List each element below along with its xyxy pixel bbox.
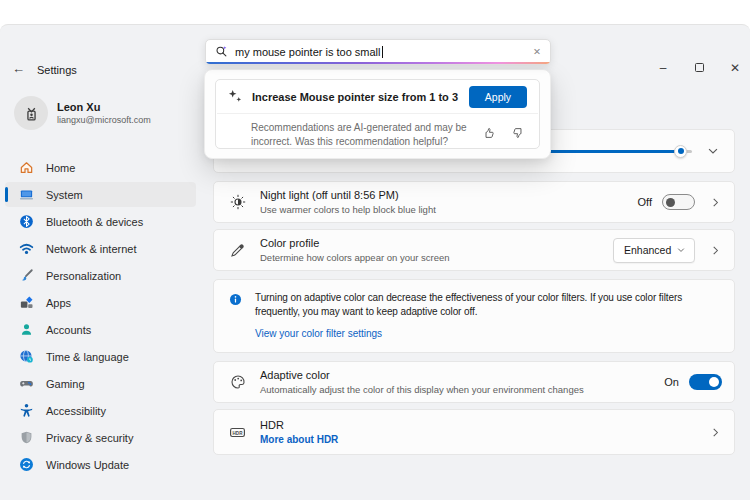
recommendation-card: Increase Mouse pointer size from 1 to 3 … (215, 79, 540, 149)
search-box[interactable]: my mouse pointer is too small ✕ (205, 39, 551, 65)
color-profile-select[interactable]: Enhanced (613, 238, 695, 263)
night-light-icon (228, 194, 247, 210)
sidebar-item-label: Accessibility (46, 405, 106, 417)
night-light-toggle[interactable] (662, 194, 695, 210)
night-light-state-label: Off (638, 196, 652, 208)
windows-update-icon (18, 457, 35, 473)
sidebar-item-personalization[interactable]: Personalization (5, 263, 196, 288)
accessibility-icon (18, 403, 35, 419)
search-suggestion-flyout: Increase Mouse pointer size from 1 to 3 … (204, 69, 551, 159)
brightness-slider-thumb[interactable] (674, 145, 687, 158)
sidebar-item-apps[interactable]: Apps (5, 290, 196, 315)
hdr-icon: HDR (228, 424, 247, 441)
sidebar-item-label: Home (46, 162, 75, 174)
bluetooth-icon (18, 214, 35, 230)
sidebar-item-system[interactable]: System (5, 182, 196, 207)
sidebar-item-label: Accounts (46, 324, 91, 336)
maximize-button[interactable] (692, 61, 706, 75)
apply-button[interactable]: Apply (469, 86, 527, 108)
color-profile-title: Color profile (260, 237, 450, 249)
sidebar-item-windows-update[interactable]: Windows Update (5, 452, 196, 477)
system-icon (18, 187, 35, 203)
color-filter-settings-link[interactable]: View your color filter settings (255, 328, 382, 339)
network-icon (18, 241, 35, 257)
window-controls: – ✕ (656, 61, 742, 75)
search-clear-button[interactable]: ✕ (533, 46, 541, 57)
thumbs-up-button[interactable] (482, 126, 496, 149)
sidebar-item-bluetooth-devices[interactable]: Bluetooth & devices (5, 209, 196, 234)
sidebar-item-gaming[interactable]: Gaming (5, 371, 196, 396)
svg-text:HDR: HDR (233, 430, 244, 435)
color-profile-chevron[interactable] (709, 244, 722, 257)
sidebar-item-label: Personalization (46, 270, 121, 282)
thumbs-down-icon (511, 126, 525, 140)
avatar (14, 96, 48, 130)
sidebar-item-time-language[interactable]: Time & language (5, 344, 196, 369)
time-language-icon (18, 349, 35, 365)
adaptive-color-toggle[interactable] (689, 374, 722, 390)
apps-icon (18, 295, 35, 311)
back-button[interactable]: ← (12, 61, 25, 76)
info-icon (229, 293, 242, 306)
sidebar-item-label: Gaming (46, 378, 85, 390)
ai-disclaimer-text: Recommendations are AI-generated and may… (251, 121, 482, 149)
chevron-right-icon (709, 426, 722, 439)
sidebar-item-privacy-security[interactable]: Privacy & security (5, 425, 196, 450)
more-about-hdr-link[interactable]: More about HDR (260, 434, 338, 445)
sidebar-item-label: Bluetooth & devices (46, 216, 143, 228)
color-profile-icon (228, 242, 247, 258)
adaptive-color-subtitle: Automatically adjust the color of this d… (260, 384, 584, 395)
search-icon (215, 45, 228, 58)
hdr-title: HDR (260, 419, 338, 431)
night-light-card: Night light (off until 8:56 PM) Use warm… (213, 181, 735, 223)
ai-gradient-underline (206, 62, 550, 65)
accounts-icon (18, 322, 35, 338)
gaming-icon (18, 376, 35, 392)
adaptive-color-icon (228, 374, 247, 390)
color-profile-selected-value: Enhanced (624, 244, 671, 256)
sidebar-item-home[interactable]: Home (5, 155, 196, 180)
color-profile-subtitle: Determine how colors appear on your scre… (260, 252, 450, 263)
sidebar-item-label: System (46, 189, 83, 201)
user-email: liangxu@microsoft.com (57, 115, 151, 125)
badge-icon (22, 104, 41, 123)
night-light-subtitle: Use warmer colors to help block blue lig… (260, 204, 436, 215)
sidebar-item-label: Apps (46, 297, 71, 309)
adaptive-color-state-label: On (664, 376, 679, 388)
user-name: Leon Xu (57, 101, 151, 113)
adaptive-color-info-card: Turning on adaptive color can decrease t… (213, 279, 735, 353)
sidebar-item-label: Privacy & security (46, 432, 133, 444)
night-light-title: Night light (off until 8:56 PM) (260, 189, 436, 201)
close-button[interactable]: ✕ (728, 61, 742, 75)
sidebar-item-label: Network & internet (46, 243, 136, 255)
sidebar-item-accessibility[interactable]: Accessibility (5, 398, 196, 423)
search-input[interactable]: my mouse pointer is too small (235, 46, 381, 58)
ai-sparkle-icon (228, 89, 243, 104)
select-chevron-down-icon (676, 245, 686, 255)
user-account[interactable]: Leon Xu liangxu@microsoft.com (14, 96, 151, 130)
personalization-icon (18, 268, 35, 284)
adaptive-color-info-text: Turning on adaptive color can decrease t… (255, 291, 716, 319)
brightness-expand-button[interactable] (706, 144, 720, 158)
hdr-chevron[interactable] (709, 426, 722, 439)
app-title: Settings (37, 64, 77, 76)
text-caret (382, 46, 383, 58)
home-icon (18, 160, 35, 176)
sidebar-nav: Home System Bluetooth & devices Network … (5, 155, 196, 479)
maximize-icon (695, 63, 704, 72)
night-light-chevron[interactable] (709, 196, 722, 209)
sidebar-item-accounts[interactable]: Accounts (5, 317, 196, 342)
sidebar-item-label: Time & language (46, 351, 129, 363)
sidebar-item-network-internet[interactable]: Network & internet (5, 236, 196, 261)
thumbs-down-button[interactable] (511, 126, 525, 149)
thumbs-up-icon (482, 126, 496, 140)
adaptive-color-card: Adaptive color Automatically adjust the … (213, 361, 735, 403)
recommendation-title: Increase Mouse pointer size from 1 to 3 (252, 91, 458, 103)
privacy-shield-icon (18, 430, 35, 446)
sidebar-item-label: Windows Update (46, 459, 129, 471)
hdr-card: HDR HDR More about HDR (213, 409, 735, 455)
chevron-right-icon (709, 196, 722, 209)
chevron-right-icon (709, 244, 722, 257)
adaptive-color-title: Adaptive color (260, 369, 584, 381)
minimize-button[interactable]: – (656, 61, 670, 75)
